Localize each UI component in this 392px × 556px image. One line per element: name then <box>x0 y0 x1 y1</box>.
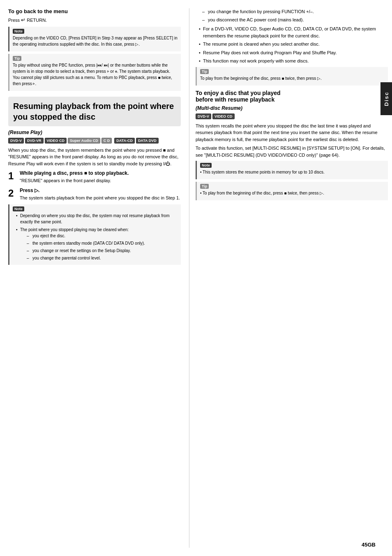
intro-text: When you stop the disc, the system remem… <box>8 147 181 167</box>
badge-super-audio: Super Audio CD <box>68 138 100 144</box>
step2-heading: Press ▷. <box>20 188 181 193</box>
tip1-text: To play without using the PBC function, … <box>13 62 178 87</box>
note3-label: Note <box>200 163 212 168</box>
note2-dash-3: you change or reset the settings on the … <box>27 248 178 254</box>
badge-row-2: DVD-V VIDEO CD <box>196 114 388 119</box>
section2-body2: To activate this function, set [MULTI-DI… <box>196 145 388 158</box>
badge-cd: C D <box>101 138 112 144</box>
right-dash-list-top: you change the function by pressing FUNC… <box>196 8 388 23</box>
right-bullet-1: For a DVD-VR, VIDEO CD, Super Audio CD, … <box>199 25 388 39</box>
badge2-dvd-v: DVD-V <box>196 114 211 119</box>
section1-title: To go back to the menu <box>8 8 181 14</box>
side-tab: Disc <box>380 82 392 115</box>
tip3-text: • To play from the beginning of the disc… <box>200 190 385 196</box>
page-number: 45GB <box>362 542 376 548</box>
note1-label: Note <box>13 29 24 34</box>
right-bullet-4: This function may not work properly with… <box>199 58 388 65</box>
badge-dvd-vr: DVD-VR <box>25 138 44 144</box>
step1-content: While playing a disc, press ■ to stop pl… <box>20 170 181 184</box>
note2-dash-1: you eject the disc. <box>27 233 178 239</box>
badge-data-dvd: DATA DVD <box>136 138 159 144</box>
tip3-box: Tip • To play from the beginning of the … <box>196 182 388 200</box>
section1-body: Press ↵ RETURN. <box>8 16 181 24</box>
note2-dash-2: the system enters standby mode (DATA CD/… <box>27 240 178 246</box>
left-column: To go back to the menu Press ↵ RETURN. N… <box>8 8 189 548</box>
note2-bullet-2: The point where you stopped playing may … <box>16 227 178 261</box>
tip1-box: Tip To play without using the PBC functi… <box>8 54 181 91</box>
tip2-text: To play from the beginning of the disc, … <box>200 75 385 81</box>
right-bullet-3: Resume Play does not work during Program… <box>199 49 388 56</box>
tip1-label: Tip <box>13 56 21 61</box>
tip3-label: Tip <box>200 184 209 189</box>
badge-data-cd: DATA-CD <box>114 138 135 144</box>
note2-dash-list: you eject the disc. the system enters st… <box>20 233 178 261</box>
step2-content: Press ▷. The system starts playback from… <box>20 188 181 202</box>
steps-container: 1 While playing a disc, press ■ to stop … <box>8 170 181 201</box>
badge-dvd-v: DVD-V <box>8 138 24 144</box>
note3-box: Note • This system stores the resume poi… <box>196 161 388 179</box>
step2-row: 2 Press ▷. The system starts playback fr… <box>8 188 181 202</box>
note2-bullet-1: Depending on where you stop the disc, th… <box>16 213 178 225</box>
badge-row-1: DVD-V DVD-VR VIDEO CD Super Audio CD C D… <box>8 138 181 144</box>
note2-box: Note Depending on where you stop the dis… <box>8 204 181 265</box>
tip2-box: Tip To play from the beginning of the di… <box>196 67 388 86</box>
right-column: you change the function by pressing FUNC… <box>189 8 388 548</box>
note2-dash-4: you change the parental control level. <box>27 255 178 261</box>
note1-box: Note Depending on the VIDEO CD, [Press E… <box>8 27 181 51</box>
badge-video-cd: VIDEO CD <box>45 138 67 144</box>
step2-number: 2 <box>8 188 20 198</box>
section2-body1: This system recalls the point where you … <box>196 123 388 143</box>
step1-body: "RESUME" appears in the front panel disp… <box>20 177 181 184</box>
right-bullet-2: The resume point is cleared when you sel… <box>199 41 388 48</box>
step1-row: 1 While playing a disc, press ■ to stop … <box>8 170 181 184</box>
note2-bullets: Depending on where you stop the disc, th… <box>13 213 178 261</box>
right-dash-1: you change the function by pressing FUNC… <box>202 8 388 15</box>
step1-number: 1 <box>8 171 20 181</box>
tip2-label: Tip <box>200 69 209 74</box>
note1-text: Depending on the VIDEO CD, [Press ENTER]… <box>13 35 178 47</box>
right-bullet-list-top: For a DVD-VR, VIDEO CD, Super Audio CD, … <box>196 25 388 65</box>
note3-text: • This system stores the resume points i… <box>200 169 385 175</box>
section2-title: To enjoy a disc that you playedbefore wi… <box>196 90 388 103</box>
step2-body: The system starts playback from the poin… <box>20 195 181 202</box>
resume-play-subtitle: (Resume Play) <box>8 130 181 135</box>
right-dash-2: you disconnect the AC power cord (mains … <box>202 16 388 23</box>
page-container: To go back to the menu Press ↵ RETURN. N… <box>0 0 392 556</box>
big-section-title: Resuming playback from the point where y… <box>13 101 176 122</box>
step1-heading: While playing a disc, press ■ to stop pl… <box>20 170 181 176</box>
badge2-video-cd: VIDEO CD <box>212 114 235 119</box>
section2-subtitle: (Multi-disc Resume) <box>196 105 388 111</box>
big-section-box: Resuming playback from the point where y… <box>8 97 181 126</box>
note2-label: Note <box>13 206 24 211</box>
